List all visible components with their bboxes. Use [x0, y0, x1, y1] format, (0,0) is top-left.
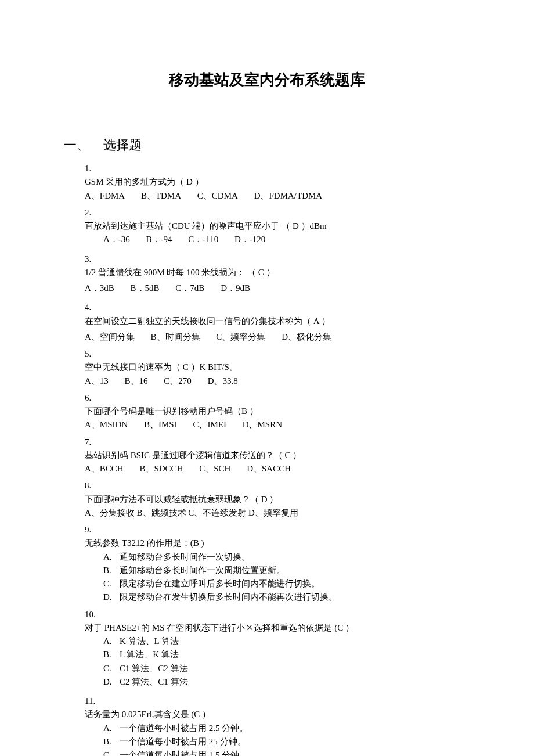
question-options: A、BCCH B、SDCCH C、SCH D、SACCH — [85, 462, 456, 476]
question-stem: GSM 采用的多址方式为（ D ） — [85, 175, 456, 189]
question-number: 4. — [85, 301, 101, 314]
option-c: C．7dB — [175, 282, 204, 295]
option-b: B、时间分集 — [151, 330, 200, 344]
option-d: D、SACCH — [247, 462, 291, 476]
question-options: A.通知移动台多长时间作一次切换。 B.通知移动台多长时间作一次周期位置更新。 … — [85, 550, 456, 604]
option-c: C、频率分集 — [216, 330, 265, 344]
question-number: 5. — [85, 347, 101, 361]
option-d: D、MSRN — [243, 418, 282, 431]
question-number: 10. — [85, 608, 101, 621]
question-stem: 下面哪个号码是唯一识别移动用户号码（B ） — [85, 405, 456, 418]
question-number: 9. — [85, 523, 101, 537]
question-4: 4. 在空间设立二副独立的天线接收同一信号的分集技术称为（ A ） A、空间分集… — [85, 301, 470, 344]
question-options: A.一个信道每小时被占用 2.5 分钟。 B.一个信道每小时被占用 25 分钟。… — [85, 722, 456, 757]
option-c: C、270 — [164, 375, 192, 388]
option-c: C.限定移动台在建立呼叫后多长时间内不能进行切换。 — [103, 577, 456, 591]
question-number: 3. — [85, 253, 101, 266]
question-options: A、13 B、16 C、270 D、33.8 — [85, 375, 456, 388]
question-options: A、分集接收 B、跳频技术 C、不连续发射 D、频率复用 — [85, 506, 456, 520]
option-d: D.限定移动台在发生切换后多长时间内不能再次进行切换。 — [103, 591, 456, 604]
option-letter: D. — [103, 675, 120, 689]
question-options: A、MSIDN B、IMSI C、IMEI D、MSRN — [85, 418, 456, 431]
option-a: A、FDMA — [85, 189, 125, 203]
option-a: A、13 — [85, 375, 109, 388]
option-a: A．-36 — [103, 233, 130, 246]
option-letter: B. — [103, 564, 120, 577]
option-c: C．-110 — [188, 233, 218, 246]
question-stem: 在空间设立二副独立的天线接收同一信号的分集技术称为（ A ） — [85, 315, 456, 328]
option-b: B.通知移动台多长时间作一次周期位置更新。 — [103, 564, 456, 577]
question-options: A、空间分集 B、时间分集 C、频率分集 D、极化分集 — [85, 330, 456, 344]
option-b: B、16 — [125, 375, 148, 388]
question-stem: 空中无线接口的速率为（ C ）K BIT/S。 — [85, 361, 456, 374]
option-b: B、SDCCH — [139, 462, 183, 476]
question-3: 3. 1/2 普通馈线在 900M 时每 100 米线损为： （ C ） A．3… — [85, 253, 470, 296]
option-text: L 算法、K 算法 — [120, 650, 179, 659]
question-2: 2. 直放站到达施主基站（CDU 端）的噪声电平应小于 （ D ）dBm A．-… — [85, 206, 470, 247]
question-stem: 下面哪种方法不可以减轻或抵抗衰弱现象？（ D ） — [85, 493, 456, 506]
section-title: 选择题 — [103, 136, 142, 154]
question-10: 10. 对于 PHASE2+的 MS 在空闲状态下进行小区选择和重选的依据是 (… — [85, 608, 470, 689]
section-number: 一、 — [64, 136, 89, 154]
option-a: A.通知移动台多长时间作一次切换。 — [103, 550, 456, 564]
option-text: K 算法、L 算法 — [120, 636, 179, 646]
question-9: 9. 无线参数 T3212 的作用是：(B ) A.通知移动台多长时间作一次切换… — [85, 523, 470, 604]
option-c: C、CDMA — [197, 189, 238, 203]
option-letter: A. — [103, 635, 120, 648]
option-a: A.K 算法、L 算法 — [103, 635, 456, 648]
question-number: 8. — [85, 479, 101, 492]
option-b: B.一个信道每小时被占用 25 分钟。 — [103, 735, 456, 748]
option-c: C、SCH — [199, 462, 230, 476]
option-letter: B. — [103, 648, 120, 661]
option-letter: C. — [103, 662, 120, 675]
option-d: D．9dB — [221, 282, 250, 295]
option-letter: B. — [103, 735, 120, 748]
question-options: A.K 算法、L 算法 B.L 算法、K 算法 C.C1 算法、C2 算法 D.… — [85, 635, 456, 689]
option-text: C1 算法、C2 算法 — [120, 664, 188, 673]
option-letter: A. — [103, 722, 120, 735]
option-b: B．5dB — [131, 282, 160, 295]
question-number: 7. — [85, 435, 101, 449]
option-d: D、FDMA/TDMA — [254, 189, 323, 203]
question-number: 2. — [85, 206, 101, 219]
option-b: B、TDMA — [141, 189, 181, 203]
question-stem: 基站识别码 BSIC 是通过哪个逻辑信道来传送的？（ C ） — [85, 449, 456, 462]
option-a: A．3dB — [85, 282, 114, 295]
question-number: 11. — [85, 694, 101, 708]
option-text: C2 算法、C1 算法 — [120, 677, 188, 686]
option-letter: C. — [103, 577, 120, 591]
option-text: 限定移动台在建立呼叫后多长时间内不能进行切换。 — [120, 579, 320, 588]
question-stem: 1/2 普通馈线在 900M 时每 100 米线损为： （ C ） — [85, 266, 456, 279]
option-c: C.C1 算法、C2 算法 — [103, 662, 456, 675]
document-title: 移动基站及室内分布系统题库 — [64, 70, 470, 90]
question-options: A、FDMA B、TDMA C、CDMA D、FDMA/TDMA — [85, 189, 456, 203]
option-d: D．-120 — [234, 233, 265, 246]
option-text: 通知移动台多长时间作一次切换。 — [120, 552, 250, 561]
question-stem: 无线参数 T3212 的作用是：(B ) — [85, 537, 456, 550]
question-5: 5. 空中无线接口的速率为（ C ）K BIT/S。 A、13 B、16 C、2… — [85, 347, 470, 388]
question-6: 6. 下面哪个号码是唯一识别移动用户号码（B ） A、MSIDN B、IMSI … — [85, 391, 470, 432]
question-stem: 话务量为 0.025Erl,其含义是 (C ） — [85, 708, 456, 721]
question-options: A．3dB B．5dB C．7dB D．9dB — [85, 282, 456, 295]
question-7: 7. 基站识别码 BSIC 是通过哪个逻辑信道来传送的？（ C ） A、BCCH… — [85, 435, 470, 476]
option-b: B．-94 — [146, 233, 172, 246]
option-a: A、MSIDN — [85, 418, 128, 431]
option-b: B.L 算法、K 算法 — [103, 648, 456, 661]
option-c: C、IMEI — [193, 418, 226, 431]
option-letter: A. — [103, 550, 120, 564]
question-stem: 对于 PHASE2+的 MS 在空闲状态下进行小区选择和重选的依据是 (C ） — [85, 621, 456, 635]
page: 移动基站及室内分布系统题库 一、 选择题 1. GSM 采用的多址方式为（ D … — [0, 0, 534, 756]
option-d: D、33.8 — [208, 375, 238, 388]
option-a: A.一个信道每小时被占用 2.5 分钟。 — [103, 722, 456, 735]
question-number: 6. — [85, 391, 101, 405]
option-b: B、IMSI — [144, 418, 177, 431]
option-text: 一个信道每小时被占用 25 分钟。 — [120, 737, 246, 746]
option-text: 一个信道每小时被占用 1.5 分钟。 — [120, 750, 248, 756]
option-a: A、空间分集 — [85, 330, 135, 344]
option-c: C.一个信道每小时被占用 1.5 分钟。 — [103, 748, 456, 756]
option-d: D、极化分集 — [282, 330, 331, 344]
question-options: A．-36 B．-94 C．-110 D．-120 — [85, 233, 456, 246]
option-text: 通知移动台多长时间作一次周期位置更新。 — [120, 566, 285, 575]
option-text: 一个信道每小时被占用 2.5 分钟。 — [120, 723, 248, 733]
option-letter: D. — [103, 591, 120, 604]
